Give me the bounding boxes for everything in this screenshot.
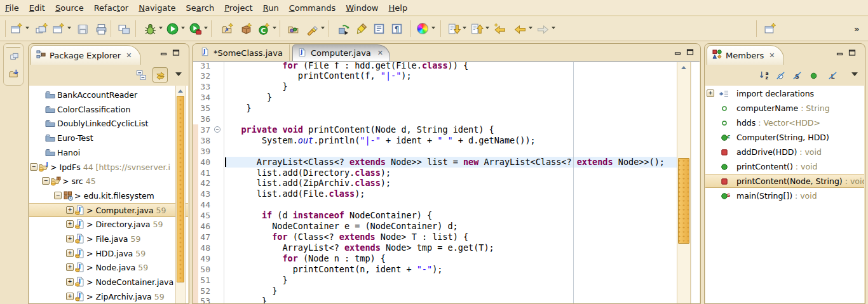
menu-refactor[interactable]: Refactor [89,0,134,16]
hide-fields-button[interactable] [773,67,788,83]
menu-navigate[interactable]: Navigate [133,0,180,16]
code-line-38[interactable]: System.out.println("|-" + ident + " " + … [226,135,536,146]
member-item-printcontent-[interactable]: printContent() : void [705,159,864,174]
scrollbar-thumb[interactable] [678,158,689,244]
package-explorer-tab[interactable]: Package Explorer ✕ [31,45,141,65]
package-explorer-scrollbar[interactable] [175,86,186,303]
tree-item-nodecontainer-java[interactable]: +J> NodeContainer.java [29,275,188,289]
expand-icon[interactable]: + [66,220,74,228]
debug-button[interactable] [142,21,158,36]
menu-edit[interactable]: Edit [24,0,50,16]
tree-item-ziparchiv-java[interactable]: +J> ZipArchiv.java 59 [29,289,188,303]
debug-dropdown-arrow[interactable] [159,27,163,29]
color-palette-button[interactable] [415,21,430,36]
member-item-computer-string-hdd-[interactable]: cComputer(String, HDD) [705,130,864,145]
code-line-32[interactable]: printContent(f, "|-"); [226,70,412,81]
editor-tab-computer-java[interactable]: JComputer.java✕ [292,44,390,61]
tree-item-src[interactable]: −> src 45 [29,174,188,188]
members-tree[interactable]: +import declarationscomputerName : Strin… [705,86,864,303]
collapse-icon[interactable]: − [54,192,62,199]
back-button[interactable] [512,21,527,36]
annotation-ruler[interactable] [193,62,198,303]
next-annotation-dropdown-arrow[interactable] [463,27,466,29]
tree-item-node-java[interactable]: +J> Node.java 59 [29,260,188,275]
run-button[interactable] [165,21,180,36]
hide-local-types-button[interactable]: L [825,67,840,83]
sort-button[interactable]: az [756,67,771,83]
tree-item-hdd-java[interactable]: +J> HDD.java 59 [29,246,188,261]
close-tab-icon[interactable]: ✕ [376,49,383,57]
folding-ruler[interactable] [212,62,224,303]
toolbar-overflow-chevron[interactable]: » [854,24,858,34]
code-line-51[interactable]: } [226,275,288,286]
expand-icon[interactable]: + [66,235,74,242]
show-source-button[interactable] [371,21,386,36]
expand-icon[interactable]: + [66,249,74,257]
menu-project[interactable]: Project [219,0,258,16]
run-external-button[interactable] [187,21,203,36]
menu-help[interactable]: Help [384,0,413,16]
save-button[interactable] [75,21,90,36]
code-line-46[interactable]: NodeContainer e = (NodeContainer) d; [226,221,458,232]
minimize-button[interactable] [674,48,682,58]
menu-search[interactable]: Search [181,0,220,16]
close-view-icon[interactable]: ✕ [125,51,132,60]
maximize-button[interactable] [686,48,694,58]
code-line-47[interactable]: for (Class<? extends Node> T : list) { [226,232,468,242]
code-line-45[interactable]: if (d instanceof NodeContainer) { [226,210,432,221]
tree-item-file-java[interactable]: +J> File.java 59 [29,232,188,246]
new-java-project-button[interactable] [34,21,50,36]
fastview-drag-handle[interactable] [6,46,20,48]
print-button[interactable] [93,21,109,36]
scrollbar-thumb[interactable] [177,96,184,282]
run-external-dropdown-arrow[interactable] [204,27,208,29]
new-class-dropdown-arrow[interactable] [273,27,276,29]
fast-view-folder-button[interactable] [7,66,21,80]
member-item-hdds[interactable]: hdds : Vector<HDD> [705,116,864,130]
code-line-52[interactable]: } [226,286,277,296]
externalize-strings-button[interactable] [336,21,351,36]
open-type-button[interactable] [286,21,301,36]
tree-item-edu-kit-filesystem[interactable]: −> edu.kit.filesystem [29,188,188,203]
new-window-button[interactable] [51,21,66,36]
menu-commands[interactable]: Commands [284,0,341,16]
expand-icon[interactable]: + [66,278,74,286]
highlighter-button[interactable] [353,21,369,36]
new-wizard-dropdown-arrow[interactable] [25,27,29,29]
last-edit-location-button[interactable] [492,21,507,36]
editor-scrollbar[interactable] [677,62,691,303]
member-item-printcontent-node-string-[interactable]: printContent(Node, String) : void [705,174,864,188]
previous-annotation-dropdown-arrow[interactable] [485,27,489,29]
show-whitespace-button[interactable]: ¶ [389,21,404,36]
tree-item-doublylinkedcycliclist[interactable]: DoublyLinkedCyclicList [29,116,188,131]
back-dropdown-arrow[interactable] [529,27,532,29]
expand-icon[interactable]: + [66,206,74,214]
expand-icon[interactable]: + [707,89,714,97]
new-class-button[interactable]: C [256,21,271,36]
build-all-button[interactable] [116,21,132,36]
code-line-53[interactable]: } [226,296,267,303]
member-item-computername[interactable]: computerName : String [705,101,864,116]
tree-item-hanoi[interactable]: Hanoi [29,145,188,160]
run-dropdown-arrow[interactable] [181,27,185,29]
code-line-41[interactable]: list.add(Directory.class); [226,168,391,178]
maximize-button[interactable] [848,49,856,58]
tree-item-computer-java[interactable]: +J> Computer.java 59 [29,203,188,218]
code-line-31[interactable]: for (File f : hdd.get(File.class)) { [226,62,468,71]
tree-item-ipdfs[interactable]: −J> IpdFs 44 [https://svnserver.i [29,160,188,175]
maximize-button[interactable] [172,49,180,58]
minimize-button[interactable] [160,49,168,58]
tree-item-bankaccountreader[interactable]: BankAccountReader [29,88,188,102]
editor-tab--someclass-java[interactable]: J*SomeClass.java [196,44,290,61]
code-line-49[interactable]: for (Node n : tmp) { [226,253,386,264]
restore-view-button[interactable] [7,50,21,63]
tree-item-euro-test[interactable]: Euro-Test [29,131,188,145]
collapse-icon[interactable]: − [42,177,50,185]
code-editor[interactable]: for (File f : hdd.get(File.class)) { pri… [225,62,677,303]
new-wizard-button[interactable] [9,21,24,36]
menu-source[interactable]: Source [50,0,89,16]
code-line-42[interactable]: list.add(ZipArchiv.class); [226,178,391,188]
link-with-editor-button[interactable] [153,67,168,83]
forward-dropdown-arrow[interactable] [552,27,555,29]
code-line-43[interactable]: list.add(File.class); [226,188,365,199]
